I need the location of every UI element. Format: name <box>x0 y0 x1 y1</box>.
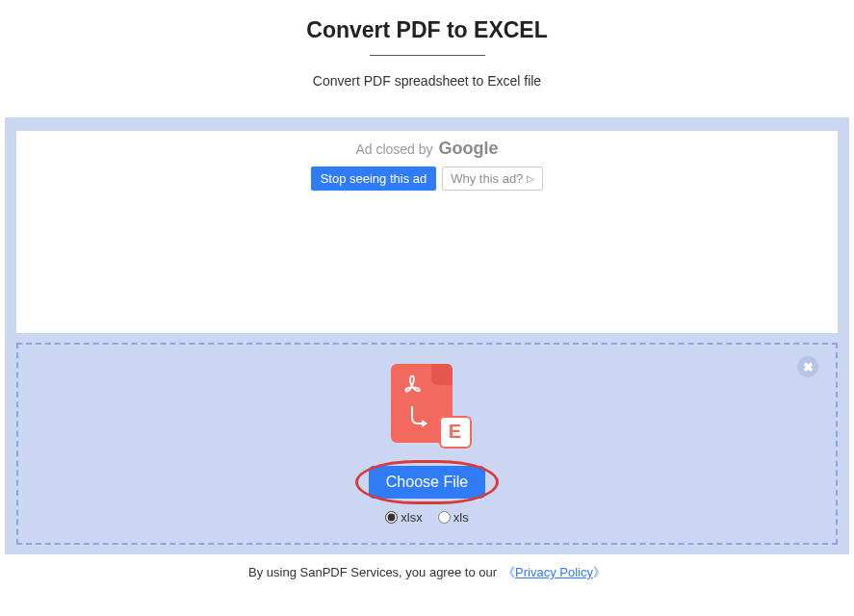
title-underline <box>370 55 485 56</box>
choose-file-button[interactable]: Choose File <box>369 466 485 499</box>
why-this-ad-label: Why this ad? <box>451 171 523 186</box>
close-dropzone-button[interactable]: ✖ <box>797 356 818 377</box>
acrobat-icon <box>402 373 424 395</box>
stop-seeing-ad-button[interactable]: Stop seeing this ad <box>311 167 437 191</box>
ad-closed-text: Ad closed by Google <box>16 139 838 159</box>
excel-badge-icon: E <box>439 416 472 449</box>
main-panel: Ad closed by Google Stop seeing this ad … <box>5 117 849 554</box>
bracket-open: 《 <box>503 565 515 579</box>
radio-xlsx[interactable] <box>385 511 398 524</box>
why-this-ad-button[interactable]: Why this ad? ▷ <box>442 167 543 191</box>
footer-agreement: By using SanPDF Services, you agree to o… <box>0 564 854 581</box>
bracket-close: 》 <box>593 565 606 579</box>
google-logo: Google <box>439 139 499 159</box>
format-options: xlsx xls <box>385 510 468 525</box>
pdf-to-excel-icon: E <box>391 364 464 450</box>
format-option-xls[interactable]: xls <box>438 510 469 525</box>
label-xls: xls <box>453 510 469 525</box>
page-title: Convert PDF to EXCEL <box>0 17 854 43</box>
format-option-xlsx[interactable]: xlsx <box>385 510 422 525</box>
ad-container: Ad closed by Google Stop seeing this ad … <box>16 131 838 333</box>
file-dropzone[interactable]: ✖ E Choose File xlsx <box>16 343 838 545</box>
footer-prefix: By using SanPDF Services, you agree to o… <box>248 565 497 579</box>
page-subtitle: Convert PDF spreadsheet to Excel file <box>0 73 854 89</box>
radio-xls[interactable] <box>438 511 451 524</box>
label-xlsx: xlsx <box>401 510 422 525</box>
ad-closed-prefix: Ad closed by <box>355 141 432 157</box>
convert-arrow-icon <box>406 404 429 429</box>
privacy-policy-link[interactable]: Privacy Policy <box>515 565 593 579</box>
close-icon: ✖ <box>803 360 814 374</box>
adchoices-icon: ▷ <box>527 173 534 184</box>
choose-file-wrap: Choose File <box>369 466 485 499</box>
